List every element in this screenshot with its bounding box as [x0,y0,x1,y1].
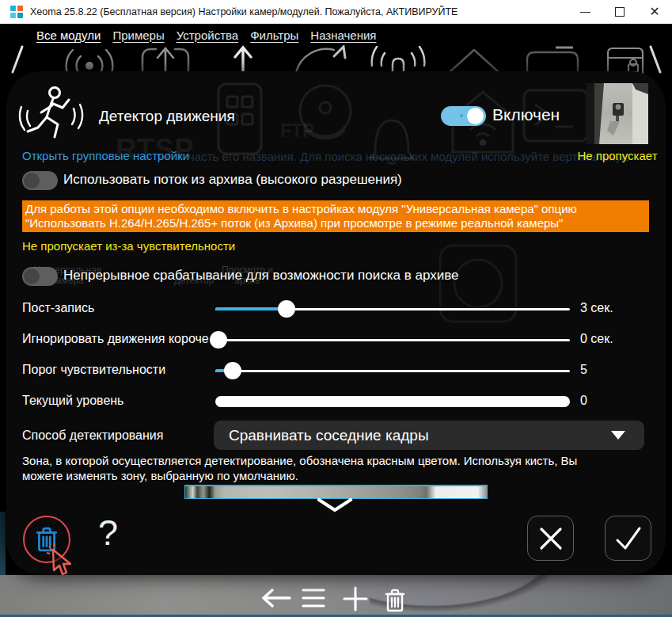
main-menu: Все модули Примеры Устройства Фильтры На… [0,24,672,46]
maximize-button[interactable] [602,0,637,24]
archive-stream-toggle[interactable] [22,171,58,190]
group-settings-link[interactable]: Открыть групповые настройки [22,149,189,162]
archive-stream-label: Использовать поток из архива (высокого р… [63,172,402,188]
enabled-toggle[interactable] [441,106,486,126]
dialog-title: Детектор движения [99,108,235,125]
trash-icon[interactable] [383,588,407,613]
minimize-button[interactable] [568,0,602,24]
slider-handle[interactable] [278,300,295,318]
plus-icon[interactable] [342,586,369,611]
menu-devices[interactable]: Устройства [177,29,238,42]
post-record-label: Пост-запись [22,301,94,315]
menu-destinations[interactable]: Назначения [310,29,376,42]
current-level-value: 0 [580,394,587,408]
checkmark-icon [614,526,643,551]
ptz-curved-arrow-icon [293,45,351,74]
menu-filters[interactable]: Фильтры [250,29,298,42]
antenna-signal-icon [367,45,429,74]
detection-method-dropdown[interactable]: Сравнивать соседние кадры [214,421,644,450]
detection-method-selected: Сравнивать соседние кадры [229,427,429,444]
post-record-slider[interactable] [215,299,570,319]
current-level-label: Текущий уровень [22,394,123,408]
help-button[interactable]: ? [98,512,118,554]
arrow-up-icon [233,45,253,72]
enabled-label: Включен [492,105,560,124]
continuous-trigger-label: Непрерывное срабатывание для возможности… [63,268,459,284]
close-button[interactable]: ✕ [637,0,672,24]
server-lock-icon [603,45,647,74]
ignore-short-label: Игнорировать движения короче [22,332,209,346]
preview-status-text: Не пропускает [562,149,672,162]
ignore-short-slider[interactable] [215,329,570,350]
camera-preview-image [587,83,648,144]
back-arrow-icon[interactable] [261,586,291,610]
menu-examples[interactable]: Примеры [112,29,164,42]
close-icon: ✕ [649,6,659,18]
sensitivity-threshold-value: 5 [580,363,587,377]
triangle-down-icon [611,431,625,440]
current-level-bar [215,396,570,407]
camera-preview-thumbnail[interactable] [587,83,648,144]
motion-detector-settings-dialog: RTSP FTP часть его названия. Для поиска … [6,71,666,575]
window-titlebar: Xeoma 25.8.22 (Бесплатная версия) Настро… [0,0,672,24]
ftp-upload-icon [139,45,192,74]
zone-hint-text: Зона, в которой осуществляется детектиро… [22,454,612,483]
window-title: Xeoma 25.8.22 (Бесплатная версия) Настро… [30,6,457,17]
radio-waves-icon [60,45,119,74]
continuous-trigger-toggle[interactable] [22,267,58,286]
sensitivity-note: Не пропускает из-за чувствительности [22,239,235,253]
ghost-bell-icon [364,103,420,171]
ignore-short-value: 0 сек. [580,332,613,346]
warning-banner: Для работы этой опции необходимо включит… [22,200,649,232]
sensitivity-threshold-slider[interactable] [215,360,570,381]
minimize-icon [580,12,590,13]
module-carousel-background [0,45,672,74]
chevron-down-icon[interactable] [317,497,353,513]
ghost-ftp-text: FTP [280,120,314,142]
running-person-motion-icon [17,82,84,149]
home-icon [446,45,502,74]
ghost-camera-icon [290,78,361,149]
menu-lines-icon[interactable] [301,586,326,610]
confirm-button[interactable] [605,516,651,561]
carousel-slash-icon [9,45,25,74]
detection-method-label: Способ детектирования [22,428,163,443]
maximize-icon [615,7,625,17]
slider-handle[interactable] [210,331,227,348]
carousel-backslash-icon [647,45,663,74]
menu-all-modules[interactable]: Все модули [36,29,101,42]
post-record-value: 3 сек. [580,301,613,315]
close-x-icon [539,527,563,550]
camera-view-background [0,575,672,617]
monitor-icon [524,45,581,74]
xeoma-logo-icon [10,6,23,18]
cancel-button[interactable] [527,516,574,561]
mouse-cursor-icon [44,542,77,578]
sensitivity-threshold-label: Порог чувствительности [22,363,165,377]
slider-handle[interactable] [224,362,241,379]
